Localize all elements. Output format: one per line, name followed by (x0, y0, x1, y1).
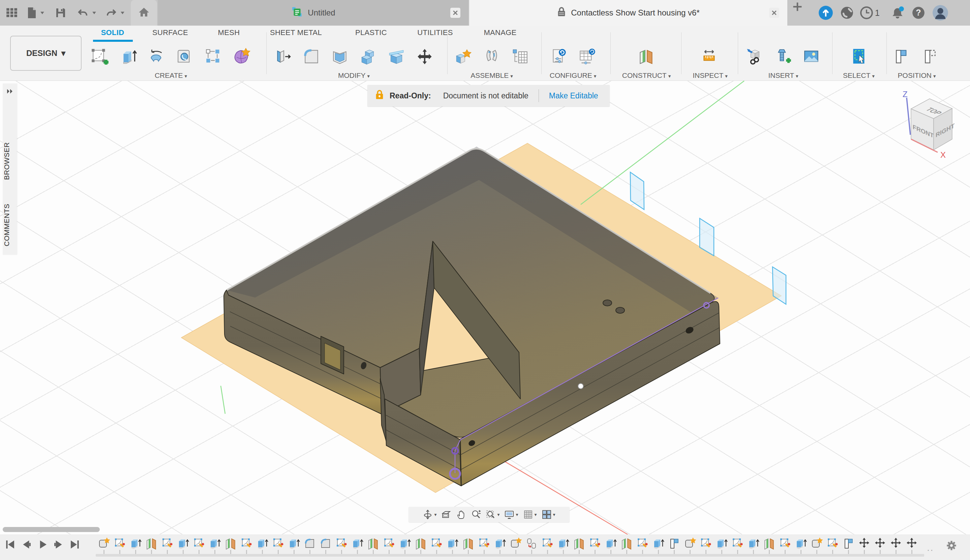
redo-icon[interactable] (105, 7, 117, 19)
new-component-icon[interactable] (453, 43, 474, 70)
timeline-feature-paste-icon[interactable] (525, 537, 538, 554)
insert-fastener-icon[interactable] (773, 43, 794, 70)
timeline-feature-plane-icon[interactable] (762, 537, 776, 554)
timeline-feature-extrude-icon[interactable] (398, 537, 412, 554)
configuration-icon[interactable] (548, 43, 569, 70)
app-grid-icon[interactable] (5, 7, 18, 19)
timeline-feature-extrude-icon[interactable] (255, 537, 269, 554)
timeline-feature-sketch-icon[interactable] (192, 537, 206, 554)
bom-icon[interactable] (510, 43, 530, 70)
timeline-feature-component-icon[interactable] (509, 537, 522, 554)
group-label-construct[interactable]: CONSTRUCT▾ (622, 72, 671, 80)
timeline-feature-move-icon[interactable] (905, 537, 918, 554)
undo-caret-icon[interactable] (92, 10, 97, 15)
group-label-select[interactable]: SELECT▾ (843, 72, 875, 80)
group-label-assemble[interactable]: ASSEMBLE▾ (470, 72, 513, 80)
caret-down-icon[interactable]: ▾ (535, 512, 537, 517)
timeline-feature-extrude-icon[interactable] (129, 537, 142, 554)
position-revert-icon[interactable] (920, 43, 942, 70)
go-to-end-button[interactable] (69, 538, 81, 550)
timeline-feature-sketch-icon[interactable] (430, 537, 443, 554)
document-tab-untitled[interactable]: Untitled (158, 0, 468, 26)
group-label-position[interactable]: POSITION▾ (898, 72, 936, 80)
nav-pan-icon[interactable] (455, 510, 467, 520)
revolve-icon[interactable] (146, 43, 167, 70)
ribbon-tab-mesh[interactable]: MESH (218, 28, 240, 37)
job-status-clock-icon[interactable] (860, 6, 873, 20)
nav-orbit-icon[interactable]: ▾ (422, 510, 437, 520)
group-label-modify[interactable]: MODIFY▾ (338, 72, 370, 80)
timeline-feature-extrude-icon[interactable] (715, 537, 728, 554)
construction-plane-icon[interactable] (636, 43, 657, 70)
notifications-bell-icon[interactable] (890, 6, 905, 20)
viewport-canvas[interactable] (0, 81, 970, 560)
press-pull-icon[interactable] (273, 43, 293, 70)
timeline-feature-extrude-icon[interactable] (176, 537, 190, 554)
play-button[interactable] (37, 538, 48, 550)
timeline-feature-sketch-icon[interactable] (699, 537, 713, 554)
timeline-settings-gear-icon[interactable] (944, 538, 958, 553)
close-tab-icon[interactable] (450, 8, 460, 18)
caret-down-icon[interactable]: ▾ (434, 512, 437, 517)
nav-zoom-window-icon[interactable]: ▾ (485, 510, 500, 520)
measure-icon[interactable] (700, 43, 721, 70)
move-copy-icon[interactable] (414, 43, 435, 70)
ribbon-tab-solid[interactable]: SOLID (101, 28, 124, 37)
file-menu-caret-icon[interactable] (40, 10, 45, 15)
timeline-feature-sketch-icon[interactable] (240, 537, 253, 554)
extrude-icon[interactable] (118, 43, 139, 70)
insert-derive-icon[interactable] (745, 43, 765, 70)
ribbon-tab-plastic[interactable]: PLASTIC (355, 28, 387, 37)
timeline-feature-extrude-icon[interactable] (652, 537, 665, 554)
timeline-feature-extrude-icon[interactable] (747, 537, 760, 554)
timeline-scrollbar[interactable] (3, 527, 100, 532)
document-tab-active[interactable]: Contactless Show Start housing v6* (469, 0, 787, 26)
ribbon-tab-manage[interactable]: MANAGE (483, 28, 516, 37)
timeline-feature-plane-icon[interactable] (572, 537, 586, 554)
split-body-icon[interactable] (386, 43, 407, 70)
go-to-start-button[interactable] (4, 538, 16, 550)
timeline-feature-extrude-icon[interactable] (287, 537, 301, 554)
close-tab-icon[interactable] (769, 8, 779, 18)
timeline-feature-plane-icon[interactable] (224, 537, 237, 554)
timeline-feature-plane-icon[interactable] (462, 537, 475, 554)
nav-zoom-icon[interactable] (470, 510, 482, 520)
help-question-icon[interactable]: ? (912, 6, 925, 20)
timeline-feature-sketch-icon[interactable] (113, 537, 127, 554)
caret-down-icon[interactable]: ▾ (497, 512, 500, 517)
comments-panel-tab[interactable]: COMMENTS (3, 198, 17, 252)
timeline-feature-sketch-icon[interactable] (335, 537, 348, 554)
group-label-inspect[interactable]: INSPECT▾ (693, 72, 728, 80)
timeline-feature-plane-icon[interactable] (367, 537, 380, 554)
timeline-feature-component-icon[interactable] (683, 537, 697, 554)
canvas-icon[interactable] (801, 43, 822, 70)
nav-look-at-icon[interactable] (440, 510, 452, 520)
create-sketch-icon[interactable] (90, 43, 110, 70)
timeline-feature-move-icon[interactable] (857, 537, 871, 554)
group-label-create[interactable]: CREATE▾ (155, 72, 187, 80)
timeline-feature-sketch-icon[interactable] (541, 537, 554, 554)
timeline-feature-extrude-icon[interactable] (208, 537, 222, 554)
workspace-selector[interactable]: DESIGN▾ (10, 36, 82, 71)
ribbon-tab-surface[interactable]: SURFACE (152, 28, 188, 37)
fillet-icon[interactable] (301, 43, 322, 70)
file-new-icon[interactable] (26, 7, 37, 19)
home-button[interactable] (131, 0, 157, 26)
timeline-feature-extrude-icon[interactable] (557, 537, 570, 554)
nav-grid-display-icon[interactable]: ▾ (522, 510, 538, 520)
timeline-feature-sketch-icon[interactable] (271, 537, 285, 554)
position-capture-icon[interactable] (892, 43, 913, 70)
nav-viewports-icon[interactable]: ▾ (541, 510, 557, 520)
timeline-feature-plane-icon[interactable] (620, 537, 633, 554)
timeline-feature-extrude-icon[interactable] (350, 537, 364, 554)
timeline-feature-fillet-icon[interactable] (303, 537, 317, 554)
timeline-feature-sketch-icon[interactable] (160, 537, 174, 554)
new-tab-icon[interactable] (792, 1, 803, 13)
hole-icon[interactable] (175, 43, 195, 70)
timeline-feature-sketch-icon[interactable] (382, 537, 396, 554)
group-label-configure[interactable]: CONFIGURE▾ (550, 72, 597, 80)
timeline-feature-extrude-icon[interactable] (604, 537, 617, 554)
timeline-feature-move-icon[interactable] (873, 537, 887, 554)
make-editable-link[interactable]: Make Editable (549, 91, 598, 100)
timeline-feature-sketch-icon[interactable] (778, 537, 792, 554)
